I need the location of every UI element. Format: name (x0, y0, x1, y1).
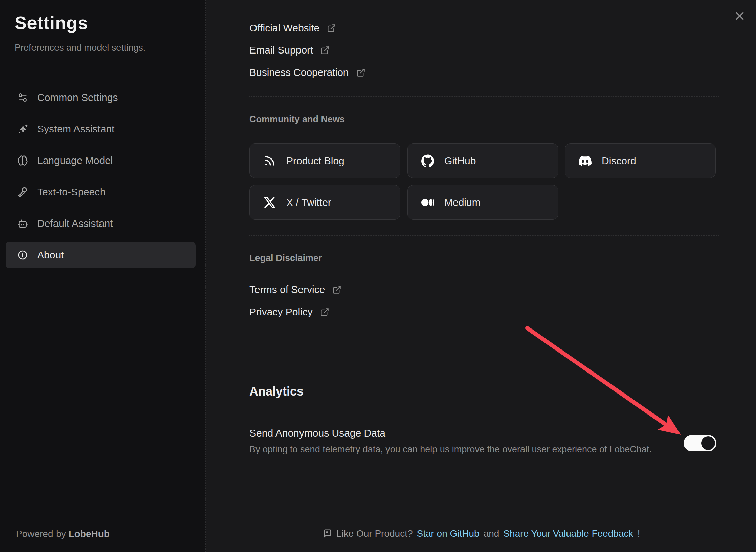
x-twitter-button[interactable]: X / Twitter (249, 185, 400, 220)
section-divider (249, 416, 719, 416)
link-label: Official Website (249, 22, 319, 34)
sidebar-item-label: Default Assistant (37, 218, 113, 229)
sidebar-item-label: Common Settings (37, 92, 118, 103)
button-label: X / Twitter (286, 197, 331, 208)
powered-by-text: Powered by (16, 529, 66, 539)
analytics-heading: Analytics (249, 384, 304, 399)
page-subtitle: Preferences and model settings. (15, 43, 146, 53)
brand-logo: LobeHub (69, 529, 110, 539)
info-icon (17, 249, 28, 261)
contact-us-heading: Contact Us (249, 0, 303, 2)
settings-sidebar: Settings Preferences and model settings.… (0, 0, 206, 552)
link-label: Terms of Service (249, 284, 325, 295)
sidebar-item-default-assistant[interactable]: Default Assistant (6, 210, 196, 237)
page-title: Settings (15, 12, 88, 33)
external-link-icon (327, 24, 336, 33)
powered-by: Powered by LobeHub (16, 529, 110, 539)
email-support-link[interactable]: Email Support (249, 43, 330, 57)
bot-icon (17, 218, 28, 229)
button-label: GitHub (444, 155, 476, 167)
sidebar-item-common-settings[interactable]: Common Settings (6, 84, 196, 111)
toggle-knob (701, 436, 715, 450)
sidebar-item-label: Text-to-Speech (37, 186, 106, 198)
settings-modal: Settings Preferences and model settings.… (0, 0, 756, 552)
rss-icon (263, 154, 276, 167)
external-link-icon (320, 46, 330, 55)
legal-heading: Legal Disclaimer (249, 253, 322, 263)
sidebar-item-system-assistant[interactable]: System Assistant (6, 116, 196, 142)
brain-icon (17, 155, 28, 166)
close-button[interactable] (732, 8, 747, 23)
button-label: Medium (444, 197, 481, 208)
official-website-link[interactable]: Official Website (249, 21, 336, 35)
x-twitter-icon (263, 196, 276, 209)
footer-text: Like Our Product? (336, 528, 413, 539)
footer-text: ! (637, 528, 640, 539)
privacy-policy-link[interactable]: Privacy Policy (249, 305, 329, 319)
button-label: Discord (602, 155, 636, 167)
github-button[interactable]: GitHub (407, 143, 558, 178)
sidebar-item-about[interactable]: About (6, 242, 196, 268)
sparkles-icon (17, 123, 28, 135)
medium-button[interactable]: Medium (407, 185, 558, 220)
sidebar-item-label: System Assistant (37, 123, 114, 135)
link-label: Privacy Policy (249, 306, 313, 318)
telemetry-setting-description: By opting to send telemetry data, you ca… (249, 444, 652, 455)
discord-icon (579, 154, 592, 167)
terms-of-service-link[interactable]: Terms of Service (249, 283, 341, 296)
sliders-icon (17, 92, 28, 103)
close-icon (734, 10, 746, 22)
github-icon (421, 154, 434, 167)
sidebar-item-label: About (37, 249, 64, 261)
section-divider (249, 235, 719, 236)
mic-icon (17, 186, 28, 198)
link-label: Business Cooperation (249, 67, 349, 78)
telemetry-toggle[interactable] (684, 435, 716, 451)
footer-text: and (484, 528, 499, 539)
sidebar-item-language-model[interactable]: Language Model (6, 147, 196, 174)
telemetry-setting-title: Send Anonymous Usage Data (249, 427, 385, 439)
link-label: Email Support (249, 44, 313, 56)
external-link-icon (320, 307, 329, 317)
about-panel: Contact Us Official Website Email Suppor… (206, 0, 756, 552)
message-heart-icon (322, 529, 332, 539)
sidebar-item-label: Language Model (37, 155, 113, 166)
external-link-icon (356, 68, 365, 77)
button-label: Product Blog (286, 155, 344, 167)
feedback-footer: Like Our Product? Star on GitHub and Sha… (206, 528, 756, 539)
settings-nav: Common Settings System Assistant Languag… (6, 84, 196, 268)
sidebar-item-text-to-speech[interactable]: Text-to-Speech (6, 179, 196, 205)
business-cooperation-link[interactable]: Business Cooperation (249, 66, 365, 79)
share-feedback-link[interactable]: Share Your Valuable Feedback (503, 528, 633, 539)
medium-icon (421, 196, 434, 209)
section-divider (249, 96, 719, 97)
community-heading: Community and News (249, 114, 345, 125)
external-link-icon (332, 285, 341, 294)
discord-button[interactable]: Discord (565, 143, 716, 178)
star-on-github-link[interactable]: Star on GitHub (417, 528, 479, 539)
product-blog-button[interactable]: Product Blog (249, 143, 400, 178)
